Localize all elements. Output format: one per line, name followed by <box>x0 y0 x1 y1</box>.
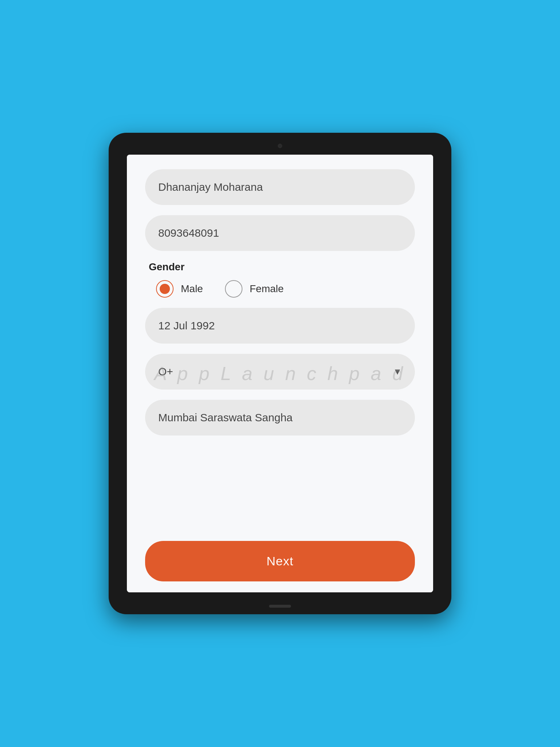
organization-input[interactable] <box>145 400 415 436</box>
dob-field[interactable]: 12 Jul 1992 <box>145 308 415 344</box>
next-button[interactable]: Next <box>145 541 415 581</box>
name-input[interactable] <box>145 169 415 205</box>
dropdown-arrow-icon: ▼ <box>393 367 402 377</box>
home-bar <box>269 605 291 608</box>
gender-label: Gender <box>149 261 415 273</box>
form-container: A p p L a u n c h p a d Gender Male <box>127 155 433 592</box>
radio-male[interactable] <box>156 280 174 298</box>
tablet-screen: A p p L a u n c h p a d Gender Male <box>127 155 433 592</box>
gender-male-option[interactable]: Male <box>156 280 203 298</box>
blood-group-dropdown[interactable]: O+ ▼ <box>145 354 415 390</box>
tablet-device: A p p L a u n c h p a d Gender Male <box>109 133 451 614</box>
gender-male-label: Male <box>181 283 203 295</box>
dob-value: 12 Jul 1992 <box>158 320 215 332</box>
radio-female[interactable] <box>225 280 242 298</box>
phone-input[interactable] <box>145 215 415 251</box>
gender-female-option[interactable]: Female <box>225 280 284 298</box>
gender-options: Male Female <box>149 280 415 298</box>
camera <box>278 144 282 148</box>
gender-section: Gender Male Female <box>145 261 415 298</box>
gender-female-label: Female <box>250 283 284 295</box>
blood-group-value: O+ <box>158 365 173 378</box>
radio-male-inner <box>160 284 170 294</box>
